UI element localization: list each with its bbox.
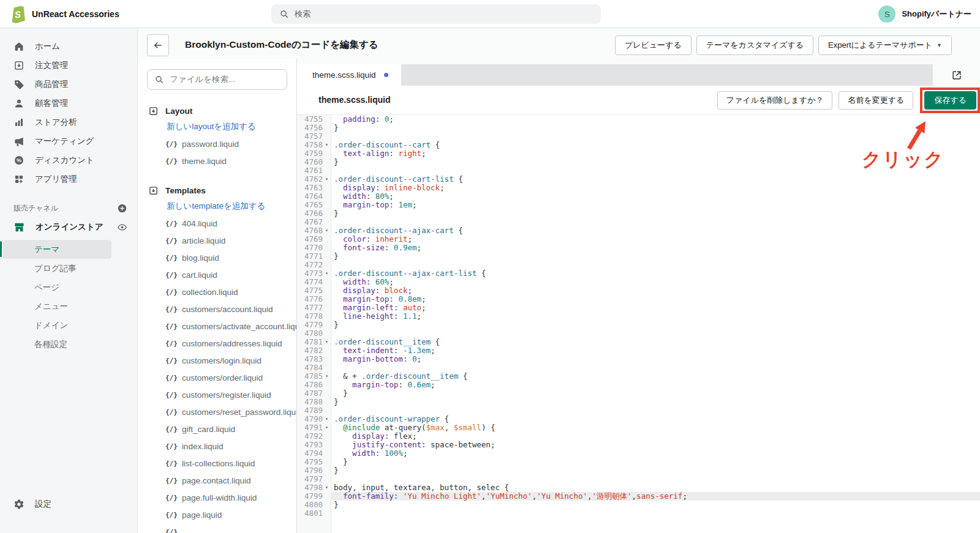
add-channel-button[interactable] [117, 203, 127, 214]
file-item-customers/login.liquid[interactable]: {/}customers/login.liquid [138, 352, 296, 369]
file-item-404.liquid[interactable]: {/}404.liquid [138, 215, 296, 232]
customize-theme-button[interactable]: テーマをカスタマイズする [696, 35, 813, 55]
preview-button[interactable]: プレビューする [615, 35, 692, 55]
code-line-4755[interactable]: 4755 padding: 0; [297, 115, 980, 124]
sidebar-item-7[interactable]: アプリ管理 [0, 170, 137, 188]
code-line-4792[interactable]: 4792 display: flex; [297, 432, 980, 441]
code-line-4781[interactable]: 4781▾.order-discount__item { [297, 338, 980, 346]
file-item-theme.liquid[interactable]: {/}theme.liquid [138, 152, 296, 170]
sidebar-item-online-store[interactable]: オンラインストア [0, 218, 127, 236]
file-item-index.liquid[interactable]: {/}index.liquid [138, 438, 296, 455]
fold-arrow-icon[interactable]: ▾ [323, 175, 331, 184]
code-line-4778[interactable]: 4778 line-height: 1.1; [297, 312, 980, 321]
fold-arrow-icon[interactable]: ▾ [323, 423, 331, 432]
fold-arrow-icon[interactable]: ▾ [323, 141, 331, 149]
code-line-4759[interactable]: 4759 text-align: right; [297, 149, 980, 158]
file-search-input[interactable]: ファイルを検索... [147, 69, 287, 90]
code-line-4758[interactable]: 4758▾.order-discount--cart { [297, 141, 980, 149]
rename-file-button[interactable]: 名前を変更する [839, 91, 913, 110]
file-section-layout[interactable]: Layout [138, 103, 296, 118]
file-item-customers/addresses.liquid[interactable]: {/}customers/addresses.liquid [138, 335, 296, 352]
file-item-customers/account.liquid[interactable]: {/}customers/account.liquid [138, 300, 296, 318]
file-item-blog.liquid[interactable]: {/}blog.liquid [138, 249, 296, 266]
file-item-article.liquid[interactable]: {/}article.liquid [138, 232, 296, 249]
code-line-4769[interactable]: 4769 color: inherit; [297, 235, 980, 244]
code-line-4767[interactable]: 4767 [297, 218, 980, 226]
save-button[interactable]: 保存する [924, 91, 976, 110]
sidebar-subitem-ページ[interactable]: ページ [0, 278, 137, 297]
code-line-4793[interactable]: 4793 justify-content: space-between; [297, 441, 980, 449]
sidebar-item-4[interactable]: ストア分析 [0, 113, 137, 132]
file-item-list-collections.liquid[interactable]: {/}list-collections.liquid [138, 455, 296, 472]
fold-arrow-icon[interactable]: ▾ [323, 226, 331, 235]
sidebar-subitem-各種設定[interactable]: 各種設定 [0, 335, 137, 354]
sidebar-subitem-ドメイン[interactable]: ドメイン [0, 316, 137, 335]
code-line-4762[interactable]: 4762▾.order-discount--cart-list { [297, 175, 980, 184]
code-line-4774[interactable]: 4774 width: 60%; [297, 278, 980, 286]
code-line-4756[interactable]: 4756} [297, 124, 980, 132]
file-item-customers/order.liquid[interactable]: {/}customers/order.liquid [138, 369, 296, 386]
fold-arrow-icon[interactable]: ▾ [323, 269, 331, 278]
code-line-4775[interactable]: 4775 display: block; [297, 286, 980, 295]
user-menu[interactable]: S Shopifyパートナー [878, 6, 971, 23]
code-line-4800[interactable]: 4800} [297, 501, 980, 509]
sidebar-item-0[interactable]: ホーム [0, 37, 137, 56]
file-item-gift_card.liquid[interactable]: {/}gift_card.liquid [138, 420, 296, 438]
code-line-4796[interactable]: 4796} [297, 466, 980, 475]
code-line-4791[interactable]: 4791▾ @include at-query($max, $small) { [297, 423, 980, 432]
view-store-eye-icon[interactable] [117, 222, 127, 233]
file-item-customers/activate_account.liquid[interactable]: {/}customers/activate_account.liquid [138, 318, 296, 335]
code-line-4761[interactable]: 4761 [297, 166, 980, 175]
file-section-templates[interactable]: Templates [138, 183, 296, 198]
sidebar-item-5[interactable]: マーケティング [0, 132, 137, 151]
fold-arrow-icon[interactable]: ▾ [323, 415, 331, 423]
code-line-4772[interactable]: 4772 [297, 261, 980, 269]
fold-arrow-icon[interactable]: ▾ [323, 483, 331, 492]
code-line-4783[interactable]: 4783 margin-bottom: 0; [297, 355, 980, 363]
expert-support-button[interactable]: Expertによるテーマサポート▼ [818, 35, 952, 55]
file-item-customers/reset_password.liquid[interactable]: {/}customers/reset_password.liquid [138, 403, 296, 420]
sidebar-subitem-ブログ記事[interactable]: ブログ記事 [0, 259, 137, 278]
file-item-page.liquid[interactable]: {/}page.liquid [138, 506, 296, 523]
code-line-4782[interactable]: 4782 text-indent: -1.3em; [297, 346, 980, 355]
code-line-4765[interactable]: 4765 margin-top: 1em; [297, 201, 980, 209]
sidebar-item-1[interactable]: 注文管理 [0, 56, 137, 75]
expand-editor-icon[interactable] [951, 69, 963, 81]
file-item-cart.liquid[interactable]: {/}cart.liquid [138, 266, 296, 283]
sidebar-subitem-メニュー[interactable]: メニュー [0, 297, 137, 316]
sidebar-subitem-テーマ[interactable]: テーマ [3, 240, 111, 259]
code-editor[interactable]: 4755 padding: 0;4756}47574758▾.order-dis… [297, 115, 980, 533]
code-line-4790[interactable]: 4790▾.order-discount-wrapper { [297, 415, 980, 423]
file-item-customers/register.liquid[interactable]: {/}customers/register.liquid [138, 386, 296, 403]
code-line-4785[interactable]: 4785▾ & + .order-discount__item { [297, 372, 980, 381]
code-line-4784[interactable]: 4784 [297, 363, 980, 372]
global-search-input[interactable]: 検索 [271, 4, 601, 24]
file-item-page.full-width.liquid[interactable]: {/}page.full-width.liquid [138, 489, 296, 506]
file-item-password.liquid[interactable]: {/}password.liquid [138, 135, 296, 152]
sidebar-item-2[interactable]: 商品管理 [0, 75, 137, 94]
code-line-4801[interactable]: 4801 [297, 509, 980, 518]
code-line-4770[interactable]: 4770 font-size: 0.9em; [297, 244, 980, 252]
code-line-4798[interactable]: 4798▾body, input, textarea, button, sele… [297, 483, 980, 492]
fold-arrow-icon[interactable]: ▾ [323, 338, 331, 346]
code-line-4768[interactable]: 4768▾.order-discount--ajax-cart { [297, 226, 980, 235]
sidebar-item-6[interactable]: %ディスカウント [0, 151, 137, 170]
code-line-4764[interactable]: 4764 width: 80%; [297, 192, 980, 201]
code-line-4786[interactable]: 4786 margin-top: 0.6em; [297, 381, 980, 389]
add-templates-link[interactable]: 新しいtemplateを追加する [138, 198, 296, 215]
delete-file-button[interactable]: ファイルを削除しますか？ [717, 91, 833, 110]
code-line-4794[interactable]: 4794 width: 100%; [297, 449, 980, 458]
tab-theme-scss-liquid[interactable]: theme.scss.liquid [297, 64, 401, 86]
back-button[interactable] [147, 34, 169, 56]
code-line-4779[interactable]: 4779} [297, 321, 980, 329]
fold-arrow-icon[interactable]: ▾ [323, 372, 331, 381]
sidebar-item-settings[interactable]: 設定 [0, 494, 137, 513]
code-line-4771[interactable]: 4771} [297, 252, 980, 261]
file-item-collection.liquid[interactable]: {/}collection.liquid [138, 283, 296, 300]
code-line-4788[interactable]: 4788} [297, 398, 980, 406]
code-line-4777[interactable]: 4777 margin-left: auto; [297, 304, 980, 312]
code-line-4757[interactable]: 4757 [297, 132, 980, 141]
code-line-4773[interactable]: 4773▾.order-discount--ajax-cart-list { [297, 269, 980, 278]
code-line-4766[interactable]: 4766} [297, 209, 980, 218]
code-line-4789[interactable]: 4789 [297, 406, 980, 415]
